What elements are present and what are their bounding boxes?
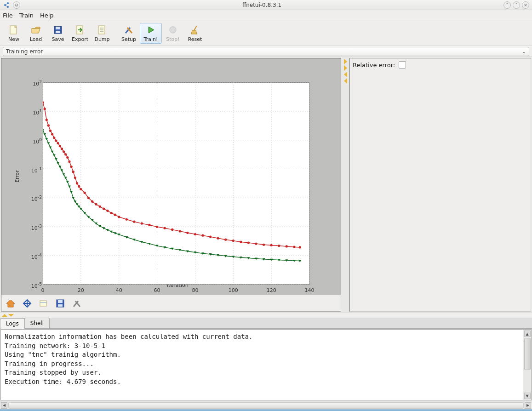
svg-point-44: [55, 140, 57, 142]
close-button[interactable]: ×: [522, 1, 529, 9]
save-button[interactable]: Save: [47, 23, 69, 44]
relative-error-checkbox[interactable]: [399, 61, 406, 68]
svg-point-41: [49, 130, 51, 132]
menu-file[interactable]: File: [3, 12, 13, 19]
x-tick-label: 80: [192, 287, 198, 293]
svg-point-68: [126, 218, 128, 221]
scroll-up-icon[interactable]: ▲: [524, 331, 531, 337]
svg-point-83: [240, 241, 242, 243]
svg-line-4: [5, 5, 8, 7]
menu-train[interactable]: Train: [19, 12, 34, 19]
svg-point-65: [110, 212, 113, 214]
hscroll-thumb[interactable]: [9, 403, 523, 408]
scroll-thumb[interactable]: [524, 338, 531, 370]
y-tick-label: 10-4: [31, 252, 42, 260]
scroll-down-icon[interactable]: ▼: [524, 393, 531, 399]
log-vertical-scrollbar[interactable]: ▲ ▼: [523, 330, 531, 400]
y-tick-label: 10-2: [31, 194, 42, 202]
svg-point-50: [66, 156, 69, 159]
matplotlib-toolbar: [1, 295, 341, 311]
app-icon: [3, 1, 10, 9]
svg-point-39: [46, 119, 48, 121]
plot-selector-row: Training error ⌄: [0, 46, 532, 57]
x-tick-label: 60: [154, 287, 160, 293]
train-button[interactable]: Train!: [140, 23, 162, 44]
svg-point-18: [170, 27, 176, 33]
svg-point-63: [103, 208, 105, 210]
plot-selector-value: Training error: [6, 48, 43, 55]
svg-point-74: [171, 228, 173, 231]
svg-line-19: [194, 26, 197, 30]
stop-icon: [167, 24, 178, 35]
svg-point-52: [70, 166, 73, 168]
svg-point-91: [299, 246, 301, 248]
vertical-splitter[interactable]: [342, 57, 349, 313]
svg-point-57: [80, 188, 82, 190]
tab-shell[interactable]: Shell: [24, 318, 50, 328]
scroll-right-icon[interactable]: ▶: [525, 402, 531, 409]
home-icon[interactable]: [5, 298, 16, 309]
svg-rect-148: [40, 301, 46, 306]
load-button[interactable]: Load: [25, 23, 47, 44]
svg-point-70: [141, 223, 143, 225]
svg-point-64: [106, 210, 109, 212]
svg-marker-17: [149, 27, 154, 33]
svg-rect-9: [56, 31, 60, 33]
title-bar: ⊙ ffnetui-0.8.3.1 ˅ ˄ ×: [0, 0, 532, 10]
x-tick-label: 0: [41, 287, 45, 293]
y-tick-label: 10-5: [31, 281, 42, 289]
stop-button[interactable]: Stop!: [162, 23, 184, 44]
svg-point-76: [186, 232, 189, 234]
svg-point-61: [95, 203, 97, 206]
chevron-down-icon: ⌄: [522, 49, 526, 54]
dump-button[interactable]: Dump: [91, 23, 113, 44]
configure-icon[interactable]: [71, 298, 82, 309]
chart-canvas: [43, 82, 309, 285]
plot-panel: Error Iteration 10-510-410-310-210-11001…: [1, 58, 341, 312]
log-text[interactable]: Normalization information has been calcu…: [1, 330, 523, 400]
svg-point-56: [78, 185, 80, 188]
save-fig-icon[interactable]: [55, 298, 66, 309]
zoom-icon[interactable]: [38, 298, 49, 309]
minimize-button[interactable]: ˅: [503, 1, 511, 9]
window-pin-button[interactable]: ⊙: [13, 1, 20, 9]
relative-error-label: Relative error:: [353, 62, 395, 68]
maximize-button[interactable]: ˄: [513, 1, 520, 9]
svg-point-62: [99, 206, 101, 208]
svg-point-47: [61, 148, 63, 150]
y-axis-label: Error: [14, 170, 20, 183]
svg-point-60: [91, 200, 93, 203]
export-icon: [74, 24, 86, 35]
bottom-tabs: Logs Shell: [0, 318, 532, 329]
svg-point-48: [63, 150, 65, 153]
scroll-left-icon[interactable]: ◀: [1, 402, 7, 409]
svg-point-79: [209, 235, 212, 238]
svg-point-87: [270, 244, 273, 246]
file-new-icon: [8, 24, 19, 35]
menu-help[interactable]: Help: [40, 12, 54, 19]
svg-point-88: [278, 245, 280, 247]
svg-rect-151: [58, 300, 63, 303]
log-horizontal-scrollbar[interactable]: ◀ ▶: [0, 401, 532, 409]
reset-button[interactable]: Reset: [184, 23, 206, 44]
pan-icon[interactable]: [22, 298, 33, 309]
svg-point-55: [76, 182, 78, 184]
x-tick-label: 20: [78, 287, 84, 293]
svg-point-53: [72, 171, 74, 173]
y-tick-label: 100: [33, 137, 42, 145]
plot-area[interactable]: Error Iteration 10-510-410-310-210-11001…: [1, 58, 341, 295]
svg-point-69: [133, 221, 135, 223]
horizontal-splitter[interactable]: [0, 313, 532, 318]
svg-point-46: [59, 145, 61, 147]
svg-point-86: [263, 244, 265, 246]
tab-logs[interactable]: Logs: [0, 318, 25, 329]
export-button[interactable]: Export: [69, 23, 91, 44]
svg-point-67: [118, 216, 120, 218]
new-button[interactable]: New: [3, 23, 25, 44]
setup-button[interactable]: Setup: [118, 23, 140, 44]
y-tick-label: 101: [33, 108, 42, 116]
plot-selector-combo[interactable]: Training error ⌄: [3, 47, 529, 56]
svg-line-3: [5, 3, 8, 5]
x-tick-label: 100: [229, 287, 238, 293]
broom-icon: [189, 24, 200, 35]
